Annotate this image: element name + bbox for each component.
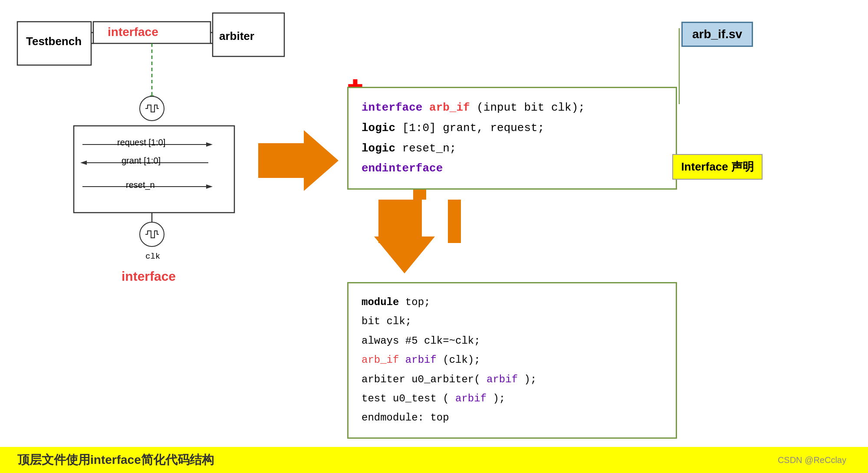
module-line6: test u0_test ( arbif ); — [362, 389, 663, 408]
arb-if-params: (input bit clk); — [477, 101, 585, 114]
arbiter-label: arbiter — [219, 30, 254, 43]
interface-badge: Interface 声明 — [672, 154, 763, 180]
arbif-name1: arbif — [405, 354, 443, 366]
clk-label: clk — [145, 252, 160, 261]
svg-point-17 — [140, 222, 164, 246]
svg-marker-12 — [206, 142, 213, 147]
arbif-name2: arbif — [487, 374, 524, 385]
test-inst: test u0_test ( — [362, 393, 449, 404]
signal-request: request [1:0] — [117, 138, 165, 148]
kw-logic1: logic — [362, 122, 395, 135]
arb-if-name: arb_if — [429, 101, 477, 114]
svg-point-9 — [140, 96, 164, 121]
kw-module: module — [362, 296, 399, 308]
module-top: top; — [405, 296, 431, 308]
arb-if-inst: arb_if — [362, 354, 399, 366]
svg-marker-16 — [206, 184, 213, 189]
always-clk: always #5 clk=~clk; — [362, 335, 480, 347]
module-line3: always #5 clk=~clk; — [362, 332, 663, 351]
main-container: ✚ Testbench interface arbiter request [1… — [0, 0, 868, 473]
module-line4: arb_if arbif (clk); — [362, 351, 663, 370]
module-box: module top; bit clk; always #5 clk=~clk;… — [347, 282, 677, 439]
svg-marker-21 — [374, 200, 435, 273]
module-line5: arbiter u0_arbiter( arbif ); — [362, 370, 663, 389]
arbif-clk: (clk); — [443, 354, 480, 366]
svg-marker-19 — [258, 130, 339, 191]
kw-endinterface: endinterface — [362, 162, 443, 175]
csdn-watermark: CSDN @ReCclay — [778, 455, 846, 465]
arbiter-inst: arbiter u0_arbiter( — [362, 374, 480, 385]
signal-reset: reset_n — [126, 180, 155, 190]
kw-logic2: logic — [362, 142, 395, 155]
arb-if-label: arb_if.sv — [681, 22, 753, 47]
module-line2: bit clk; — [362, 312, 663, 331]
kw-interface: interface — [362, 101, 422, 114]
logic1-rest: [1:0] grant, request; — [402, 122, 545, 135]
module-line1: module top; — [362, 293, 663, 312]
interface-decl-line2: logic [1:0] grant, request; — [362, 118, 663, 138]
interface-decl-line4: endinterface — [362, 158, 663, 179]
interface-bottom-label: interface — [122, 269, 176, 284]
bottom-bar-text: 顶层文件使用interface简化代码结构 — [17, 452, 214, 468]
interface-decl-line1: interface arb_if (input bit clk); — [362, 98, 663, 118]
endmodule: endmodule: top — [362, 412, 449, 424]
bottom-bar: 顶层文件使用interface简化代码结构 CSDN @ReCclay — [0, 447, 868, 473]
interface-decl-box: interface arb_if (input bit clk); logic … — [347, 87, 677, 190]
testbench-label: Testbench — [26, 35, 82, 48]
interface-decl-line3: logic reset_n; — [362, 138, 663, 159]
test-close: ); — [493, 393, 505, 404]
arbiter-close: ); — [524, 374, 536, 385]
interface-top-label: interface — [108, 25, 158, 39]
bit-clk: bit clk; — [362, 315, 411, 327]
logic2-rest: reset_n; — [402, 142, 457, 155]
module-line7: endmodule: top — [362, 408, 663, 427]
signal-grant: grant [1:0] — [122, 156, 161, 166]
svg-marker-8 — [150, 95, 154, 102]
arbif-name3: arbif — [455, 393, 493, 404]
svg-marker-14 — [80, 161, 87, 165]
content-area: ✚ Testbench interface arbiter request [1… — [0, 0, 868, 473]
